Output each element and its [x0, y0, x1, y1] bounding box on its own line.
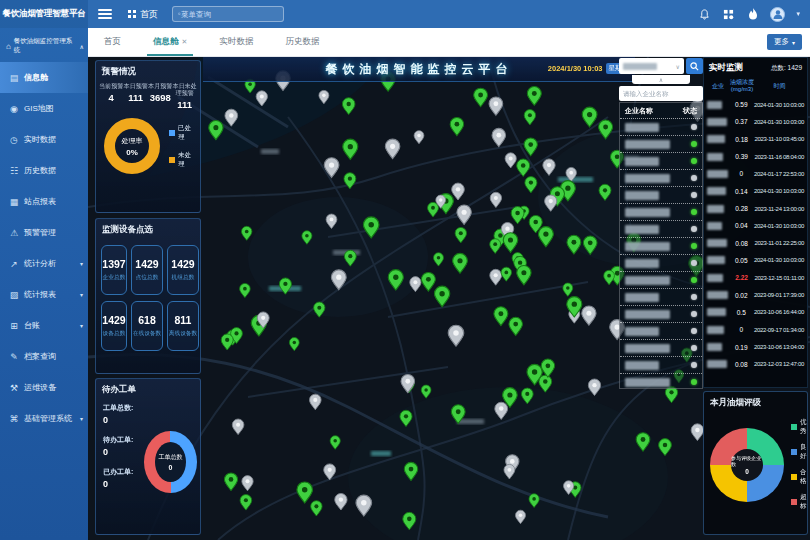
- realtime-row[interactable]: 02022-09-17 01:34:00: [704, 321, 807, 338]
- warning-stat: 本月预警3698: [148, 83, 173, 110]
- warning-stat-label: 本日预警: [124, 83, 149, 90]
- realtime-row[interactable]: 0.282023-11-24 13:00:00: [704, 200, 807, 217]
- stat-card-设备总数[interactable]: 1429设备总数: [101, 301, 127, 351]
- stat-card-label: 机组总数: [172, 273, 195, 282]
- sidebar-item-信息舱[interactable]: ▤信息舱: [0, 62, 88, 93]
- warning-stat: 本日未处理预警111: [173, 83, 198, 110]
- sidebar-section-header[interactable]: ⌂ 餐饮油烟监控管理系统 ∧: [0, 28, 88, 62]
- rating-legend-item: 优秀: [791, 418, 807, 436]
- realtime-row[interactable]: 0.392023-11-16 08:04:00: [704, 148, 807, 165]
- warning-stat-label: 当前预警: [99, 83, 124, 90]
- concentration-value: 0.37: [729, 118, 754, 125]
- close-icon[interactable]: ✕: [182, 38, 188, 46]
- company-list-item[interactable]: [620, 272, 702, 289]
- company-list-item[interactable]: [620, 255, 702, 272]
- redacted-company-name: [707, 205, 724, 213]
- status-dot-gray: [691, 175, 697, 181]
- chevron-down-icon[interactable]: ▾: [796, 10, 800, 18]
- company-list-item[interactable]: [620, 170, 702, 187]
- legend-swatch: [791, 474, 797, 480]
- sidebar-item-历史数据[interactable]: ☷历史数据: [0, 155, 88, 186]
- company-filter-select[interactable]: ∨: [619, 58, 684, 74]
- sidebar-item-预警管理[interactable]: ⚠预警管理: [0, 217, 88, 248]
- company-list-item[interactable]: [620, 374, 702, 389]
- company-list-item[interactable]: [620, 153, 702, 170]
- realtime-row[interactable]: 0.042024-01-30 10:03:00: [704, 217, 807, 234]
- tab-历史数据[interactable]: 历史数据: [269, 28, 335, 56]
- nav-right-icons: ▾: [698, 7, 810, 22]
- realtime-row[interactable]: 0.142024-01-30 10:03:00: [704, 183, 807, 200]
- redacted-company-name: [707, 239, 727, 247]
- map-search-button[interactable]: [686, 58, 703, 74]
- redacted-map-label: [371, 451, 391, 456]
- tab-首页[interactable]: 首页: [88, 28, 137, 56]
- tab-信息舱[interactable]: 信息舱✕: [137, 28, 203, 56]
- company-list-item[interactable]: [620, 119, 702, 136]
- company-list-item[interactable]: [620, 187, 702, 204]
- realtime-row[interactable]: 0.082023-12-03 12:47:00: [704, 356, 807, 373]
- company-list-item[interactable]: [620, 357, 702, 374]
- sidebar-item-实时数据[interactable]: ◷实时数据: [0, 124, 88, 155]
- nav-search-input[interactable]: [181, 10, 278, 19]
- workorder-stat: 待办工单:0: [103, 435, 143, 457]
- company-name-input[interactable]: [623, 90, 699, 97]
- legend-swatch: [791, 499, 797, 505]
- stat-card-机组总数[interactable]: 1429机组总数: [167, 245, 199, 295]
- realtime-company: [707, 205, 729, 213]
- realtime-row[interactable]: 0.592024-01-30 10:03:00: [704, 96, 807, 113]
- notification-icon[interactable]: [698, 8, 711, 21]
- company-list-item[interactable]: [620, 289, 702, 306]
- collapse-handle[interactable]: ∧: [632, 75, 690, 84]
- rating-donut: 参与评级企业数 0: [710, 428, 784, 502]
- company-list-item[interactable]: [620, 204, 702, 221]
- sidebar-item-站点报表[interactable]: ▦站点报表: [0, 186, 88, 217]
- realtime-row[interactable]: 0.182023-11-10 03:45:00: [704, 131, 807, 148]
- sidebar-item-基础管理系统[interactable]: ⌘基础管理系统▾: [0, 403, 88, 434]
- process-rate-donut: 处理率 0%: [104, 118, 160, 174]
- sidebar-item-label: 运维设备: [24, 382, 56, 393]
- realtime-row[interactable]: 0.052024-01-30 10:03:00: [704, 252, 807, 269]
- chevron-up-icon: ∧: [80, 43, 84, 50]
- nav-home-tag[interactable]: 首页: [128, 8, 158, 21]
- legend-swatch: [791, 449, 797, 455]
- legend-item: 已处理: [169, 124, 196, 142]
- sidebar-item-统计分析[interactable]: ↗统计分析▾: [0, 248, 88, 279]
- user-avatar[interactable]: [770, 7, 785, 22]
- company-list-item[interactable]: [620, 221, 702, 238]
- company-list-item[interactable]: [620, 238, 702, 255]
- tab-实时数据[interactable]: 实时数据: [203, 28, 269, 56]
- realtime-row[interactable]: 02024-01-17 22:53:00: [704, 165, 807, 182]
- status-dot-green: [691, 158, 697, 164]
- legend-label: 未处理: [178, 151, 196, 169]
- more-button[interactable]: 更多 ▾: [767, 34, 802, 50]
- flame-icon[interactable]: [746, 8, 759, 21]
- stat-card-离线设备数[interactable]: 811离线设备数: [167, 301, 199, 351]
- chevron-down-icon: ▾: [80, 322, 83, 329]
- realtime-row[interactable]: 0.082023-11-01 22:25:00: [704, 235, 807, 252]
- hamburger-menu-icon[interactable]: [98, 9, 112, 19]
- realtime-row[interactable]: 0.372024-01-30 10:03:00: [704, 113, 807, 130]
- legend-label: 已处理: [178, 124, 196, 142]
- company-list-item[interactable]: [620, 306, 702, 323]
- stat-card-企业总数[interactable]: 1397企业总数: [101, 245, 127, 295]
- company-list-item[interactable]: [620, 323, 702, 340]
- status-dot-green: [691, 243, 697, 249]
- company-rows: [620, 119, 702, 389]
- sidebar-item-档案查询[interactable]: ✎档案查询: [0, 341, 88, 372]
- stat-card-value: 618: [138, 314, 156, 326]
- realtime-row[interactable]: 0.52023-10-06 16:44:00: [704, 304, 807, 321]
- sidebar-item-运维设备[interactable]: ⚒运维设备: [0, 372, 88, 403]
- stat-card-点位总数[interactable]: 1429点位总数: [131, 245, 163, 295]
- company-list-item[interactable]: [620, 136, 702, 153]
- sidebar-item-台账[interactable]: ⊞台账▾: [0, 310, 88, 341]
- sidebar-item-统计报表[interactable]: ▨统计报表▾: [0, 279, 88, 310]
- realtime-row[interactable]: 0.022023-09-01 17:39:00: [704, 286, 807, 303]
- realtime-row[interactable]: 2.222023-12-15 01:11:00: [704, 269, 807, 286]
- company-list-item[interactable]: [620, 340, 702, 357]
- stat-card-在线设备数[interactable]: 618在线设备数: [131, 301, 163, 351]
- redacted-company-name: [625, 191, 659, 200]
- sidebar-item-GIS地图[interactable]: ◉GIS地图: [0, 93, 88, 124]
- realtime-row[interactable]: 0.192023-10-06 13:04:00: [704, 338, 807, 355]
- apps-grid-icon[interactable]: [722, 8, 735, 21]
- realtime-table-header: 企业 油烟浓度(mg/m3) 时间: [704, 76, 807, 96]
